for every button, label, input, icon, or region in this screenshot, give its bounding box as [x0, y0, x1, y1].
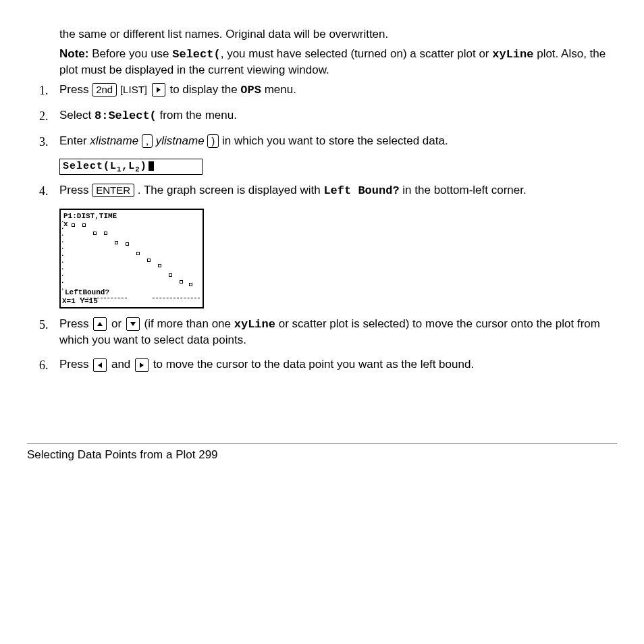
step-text: (if more than one	[144, 317, 234, 330]
step-number: 1.	[39, 82, 49, 99]
step-text: Select	[59, 109, 95, 122]
note-text: Before you use Select(, you must have se…	[59, 47, 606, 76]
step-text: or	[111, 317, 125, 330]
step-number: 5.	[39, 317, 49, 333]
key-list: [LIST]	[120, 84, 147, 95]
menu-item: 8:Select(	[95, 109, 157, 122]
step-text: to move the cursor to the data point you…	[153, 358, 474, 371]
step-text: in the bottom-left corner.	[402, 184, 526, 196]
step-number: 6.	[39, 357, 49, 373]
step-text: or scatter plot is selected) to move the…	[59, 317, 600, 346]
param-ylist: ylistname	[156, 134, 205, 147]
svg-marker-4	[140, 363, 144, 368]
key-closeparen: )	[207, 134, 219, 148]
svg-marker-3	[98, 363, 102, 368]
step-text: Enter	[59, 134, 90, 147]
step-text: and	[111, 358, 134, 371]
footer-rule	[27, 443, 617, 444]
step-text: Press	[59, 317, 92, 330]
step-text: in which you want to store the selected …	[222, 134, 448, 147]
right-arrow-key	[135, 358, 149, 372]
key-enter: ENTER	[92, 184, 134, 197]
step-number: 2.	[39, 108, 49, 124]
body-text: the same or different list names. Origin…	[59, 28, 388, 41]
step-text: . The graph screen is displayed with	[138, 184, 324, 196]
plot-type: xyLine	[234, 318, 275, 331]
step-text: Press	[59, 358, 92, 371]
step-text: Press	[59, 184, 92, 196]
lcd-plot-title: P1:DIST,TIME	[63, 211, 117, 221]
step-text: to display the	[169, 83, 240, 96]
step-text: from the menu.	[160, 109, 237, 122]
footer-text: Selecting Data Points from a Plot 299	[27, 448, 617, 463]
lcd-xy-readout: X=1 Y=15	[62, 296, 98, 306]
lcd-cursor	[149, 161, 154, 171]
key-2nd: 2nd	[92, 83, 117, 97]
prompt-label: Left Bound?	[323, 184, 399, 197]
step-text: Press	[59, 83, 92, 96]
down-arrow-key	[126, 317, 140, 331]
key-comma: ,	[142, 134, 153, 148]
step-number: 3.	[39, 134, 49, 150]
svg-marker-1	[97, 322, 103, 326]
step-text: menu.	[265, 83, 296, 96]
left-arrow-key	[93, 358, 107, 372]
lcd-text: Select(L1,L2)	[63, 161, 147, 172]
calculator-lcd-select-command: Select(L1,L2)	[59, 159, 203, 175]
right-arrow-key	[152, 83, 165, 97]
calculator-lcd-scatterplot: P1:DIST,TIME x . . . . . . . . . . . Lef…	[59, 209, 204, 308]
param-xlist: xlistname	[90, 134, 138, 147]
up-arrow-key	[93, 317, 107, 331]
step-number: 4.	[39, 183, 49, 199]
note-label: Note:	[59, 47, 88, 60]
menu-name: OPS	[240, 84, 261, 97]
svg-marker-2	[130, 322, 136, 326]
svg-marker-0	[157, 87, 161, 92]
